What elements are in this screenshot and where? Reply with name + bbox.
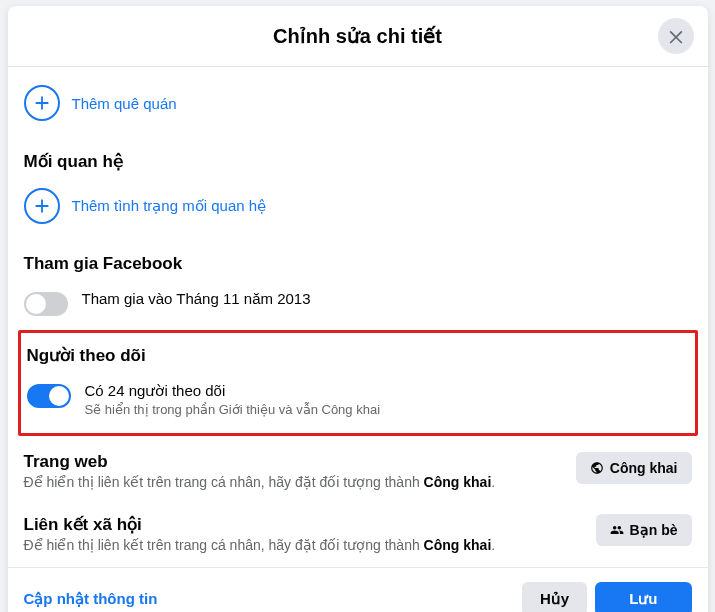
joined-toggle[interactable] [24, 292, 68, 316]
website-heading: Trang web [24, 452, 564, 472]
toggle-knob [26, 294, 46, 314]
followers-heading: Người theo dõi [27, 345, 689, 366]
joined-toggle-row: Tham gia vào Tháng 11 năm 2013 [24, 282, 692, 324]
friends-icon [610, 523, 624, 537]
close-button[interactable] [658, 18, 694, 54]
joined-toggle-label: Tham gia vào Tháng 11 năm 2013 [82, 290, 311, 307]
website-audience-label: Công khai [610, 460, 678, 476]
update-info-link[interactable]: Cập nhật thông tin [24, 590, 158, 608]
followers-toggle-title: Có 24 người theo dõi [85, 382, 381, 400]
footer-buttons: Hủy Lưu [522, 582, 692, 612]
toggle-knob [49, 386, 69, 406]
add-hometown-row[interactable]: Thêm quê quán [24, 77, 692, 137]
social-audience-button[interactable]: Bạn bè [596, 514, 692, 546]
website-row: Trang web Để hiển thị liên kết trên tran… [24, 442, 692, 504]
add-hometown-label: Thêm quê quán [72, 95, 177, 112]
followers-toggle-subtitle: Sẽ hiển thị trong phần Giới thiệu và vẫn… [85, 402, 381, 417]
cancel-button[interactable]: Hủy [522, 582, 587, 612]
modal-footer: Cập nhật thông tin Hủy Lưu [8, 567, 708, 612]
social-heading: Liên kết xã hội [24, 514, 584, 535]
save-button[interactable]: Lưu [595, 582, 691, 612]
followers-highlight: Người theo dõi Có 24 người theo dõi Sẽ h… [18, 330, 698, 436]
social-row: Liên kết xã hội Để hiển thị liên kết trê… [24, 504, 692, 567]
followers-toggle-row: Có 24 người theo dõi Sẽ hiển thị trong p… [27, 374, 689, 425]
social-audience-label: Bạn bè [630, 522, 678, 538]
social-desc: Để hiển thị liên kết trên trang cá nhân,… [24, 537, 584, 553]
modal-header: Chỉnh sửa chi tiết [8, 6, 708, 67]
joined-toggle-text: Tham gia vào Tháng 11 năm 2013 [82, 290, 311, 307]
modal-body: Thêm quê quán Mối quan hệ Thêm tình trạn… [8, 67, 708, 567]
add-relationship-label: Thêm tình trạng mối quan hệ [72, 197, 267, 215]
add-relationship-row[interactable]: Thêm tình trạng mối quan hệ [24, 180, 692, 240]
modal-title: Chỉnh sửa chi tiết [8, 24, 708, 48]
social-text: Liên kết xã hội Để hiển thị liên kết trê… [24, 514, 584, 553]
close-icon [666, 26, 686, 46]
website-desc: Để hiển thị liên kết trên trang cá nhân,… [24, 474, 564, 490]
plus-icon [24, 188, 60, 224]
globe-icon [590, 461, 604, 475]
followers-toggle-text: Có 24 người theo dõi Sẽ hiển thị trong p… [85, 382, 381, 417]
relationship-heading: Mối quan hệ [24, 151, 692, 172]
edit-details-modal: Chỉnh sửa chi tiết Thêm quê quán Mối qua… [8, 6, 708, 612]
website-audience-button[interactable]: Công khai [576, 452, 692, 484]
website-text: Trang web Để hiển thị liên kết trên tran… [24, 452, 564, 490]
plus-icon [24, 85, 60, 121]
joined-heading: Tham gia Facebook [24, 254, 692, 274]
followers-toggle[interactable] [27, 384, 71, 408]
